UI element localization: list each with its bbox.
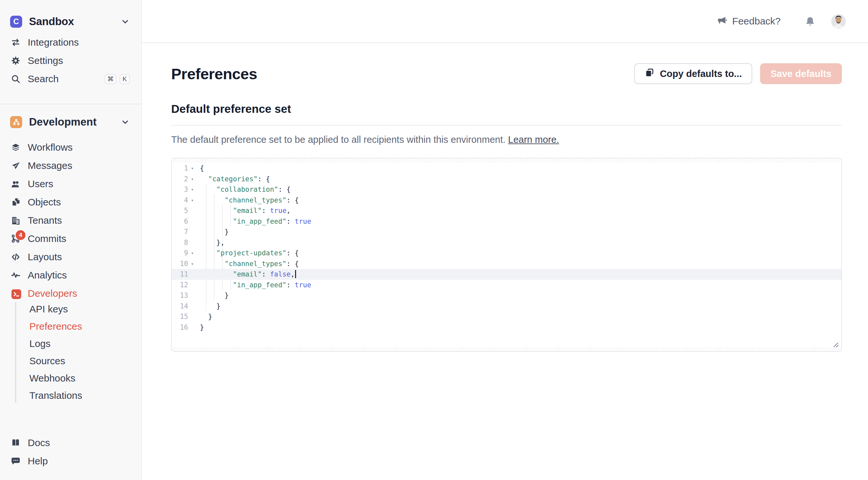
sidebar-item-help[interactable]: Help [11,454,135,468]
sidebar-subitem-label: Translations [29,390,82,401]
feedback-label: Feedback? [732,16,781,27]
copy-defaults-button[interactable]: Copy defaults to... [634,63,752,84]
fold-arrow-icon[interactable]: ▾ [188,195,197,206]
terminal-icon [11,289,21,298]
code-line-2: 2▾ "categories": { [172,174,841,185]
avatar[interactable] [831,14,846,29]
sidebar-divider [0,104,141,104]
code-text: { [197,163,204,174]
building-icon [11,215,21,225]
line-number: 7 [172,227,188,237]
json-code-editor[interactable]: 1▾{2▾ "categories": {3▾ "collaboration":… [171,158,842,352]
chevron-down-icon[interactable] [121,117,130,126]
code-text: } [197,322,204,333]
section-divider [171,125,842,125]
megaphone-icon [717,15,727,28]
sidebar-footer-nav: DocsHelp [0,436,141,468]
resize-handle-icon[interactable] [832,340,840,350]
line-number: 5 [172,205,188,216]
code-line-10: 10▾ "channel_types": { [172,259,841,269]
fold-gutter [188,280,197,291]
code-icon [11,252,21,262]
workspace-switcher[interactable]: C Sandbox [10,14,130,29]
code-line-4: 4▾ "channel_types": { [172,195,841,206]
sidebar-item-label: Help [28,455,48,467]
fold-arrow-icon[interactable]: ▾ [188,259,197,269]
line-number: 9 [172,248,188,259]
sidebar-item-workflows[interactable]: Workflows [11,140,135,155]
commits-count-badge: 4 [16,230,25,240]
fold-arrow-icon[interactable]: ▾ [188,248,197,259]
section-description: The default preference set to be applied… [171,134,842,146]
fold-gutter [188,216,197,227]
sidebar-item-label: Commits [28,233,66,244]
workspace-name: Sandbox [29,15,74,28]
sidebar-item-tenants[interactable]: Tenants [11,213,135,228]
sidebar-subitem-api-keys[interactable]: API keys [29,302,135,316]
chevron-down-icon[interactable] [121,17,130,26]
environment-icon [10,116,22,128]
chat-icon [11,456,21,466]
book-icon [11,438,21,448]
fold-gutter [188,269,197,280]
code-text: } [197,290,229,301]
sidebar-item-messages[interactable]: Messages [11,158,135,173]
sidebar-item-analytics[interactable]: Analytics [11,268,135,282]
code-line-3: 3▾ "collaboration": { [172,184,841,195]
fold-gutter [188,301,197,312]
sidebar-developers-subnav: API keysPreferencesLogsSourcesWebhooksTr… [15,302,135,403]
line-number: 2 [172,174,188,185]
sidebar-subitem-translations[interactable]: Translations [29,388,135,403]
sidebar-item-label: Settings [28,55,63,66]
sidebar-item-label: Tenants [28,215,62,226]
feedback-button[interactable]: Feedback? [717,15,781,28]
code-text: }, [197,237,225,248]
line-number: 16 [172,322,188,333]
sidebar-subitem-label: Webhooks [29,373,75,384]
sidebar-subitem-sources[interactable]: Sources [29,354,135,368]
git-branch-icon: 4 [11,234,21,244]
sidebar-item-settings[interactable]: Settings [11,54,135,68]
sidebar-env-nav: WorkflowsMessagesUsersObjectsTenants4Com… [0,140,141,301]
sidebar-item-developers[interactable]: Developers [11,286,135,301]
code-line-8: 8 }, [172,237,841,248]
sidebar-item-label: Developers [28,288,77,299]
search-shortcut: ⌘K [105,74,130,84]
fold-gutter [188,311,197,322]
main-area: Feedback? Preferences Copy defaults to..… [142,0,868,352]
save-defaults-button[interactable]: Save defaults [760,63,842,84]
sidebar-subitem-webhooks[interactable]: Webhooks [29,371,135,385]
sidebar-item-label: Search [28,73,59,85]
sidebar-item-search[interactable]: Search⌘K [11,72,135,86]
code-text: "channel_types": { [197,259,299,269]
sidebar-item-integrations[interactable]: Integrations [11,35,135,50]
sidebar-subitem-logs[interactable]: Logs [29,336,135,351]
sidebar-item-label: Objects [28,197,61,208]
copy-icon [645,68,654,80]
environment-switcher[interactable]: Development [10,115,130,129]
section-heading: Default preference set [171,102,842,117]
fold-arrow-icon[interactable]: ▾ [188,163,197,174]
layers-icon [11,143,21,152]
fold-arrow-icon[interactable]: ▾ [188,174,197,185]
sidebar-item-commits[interactable]: 4Commits [11,232,135,246]
fold-arrow-icon[interactable]: ▾ [188,184,197,195]
sidebar-subitem-label: Sources [29,355,65,366]
sidebar-subitem-label: Preferences [29,321,82,332]
sidebar-item-layouts[interactable]: Layouts [11,250,135,264]
sidebar-subitem-preferences[interactable]: Preferences [29,319,135,334]
code-text: } [197,301,220,312]
sidebar: C Sandbox IntegrationsSettingsSearch⌘K D… [0,0,142,480]
sidebar-item-docs[interactable]: Docs [11,436,135,450]
code-text: "email": true, [197,205,290,216]
text-cursor [295,270,296,278]
notifications-bell-icon[interactable] [805,16,815,27]
topbar: Feedback? [142,0,868,43]
code-line-14: 14 } [172,301,841,312]
line-number: 10 [172,259,188,269]
learn-more-link[interactable]: Learn more. [508,134,559,145]
sidebar-item-users[interactable]: Users [11,177,135,191]
sidebar-subitem-label: Logs [29,338,51,349]
line-number: 15 [172,311,188,322]
sidebar-item-objects[interactable]: Objects [11,195,135,209]
